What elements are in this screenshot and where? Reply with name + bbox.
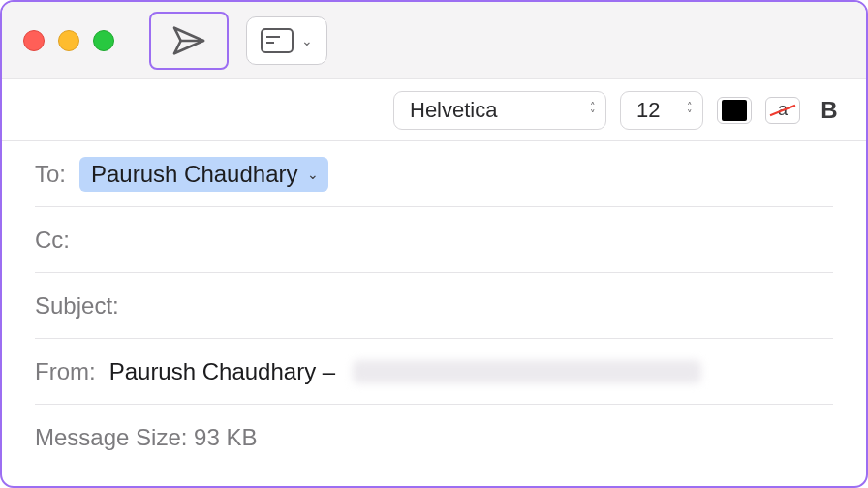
font-size-select[interactable]: 12 ˄˅ (620, 91, 703, 130)
paper-plane-icon (170, 21, 208, 60)
window-controls (23, 30, 114, 51)
font-size-value: 12 (636, 98, 660, 123)
format-bar: Helvetica ˄˅ 12 ˄˅ a B (2, 79, 866, 141)
text-color-button[interactable] (717, 97, 752, 124)
cc-label: Cc: (35, 227, 70, 254)
from-row[interactable]: From: Paurush Chaudhary – (35, 339, 833, 405)
message-size-row: Message Size: 93 KB (35, 405, 833, 471)
chevron-down-icon: ⌄ (307, 167, 319, 182)
subject-row[interactable]: Subject: (35, 273, 833, 339)
maximize-window-button[interactable] (93, 30, 114, 51)
message-size-label: Message Size: 93 KB (35, 424, 257, 451)
minimize-window-button[interactable] (58, 30, 79, 51)
bold-button[interactable]: B (814, 97, 845, 124)
highlight-color-button[interactable]: a (765, 97, 800, 124)
recipient-chip[interactable]: Paurush Chaudhary ⌄ (79, 157, 328, 192)
header-fields-icon (261, 28, 294, 53)
font-family-value: Helvetica (410, 98, 497, 123)
from-email-redacted (353, 360, 701, 383)
chevron-down-icon: ⌄ (301, 33, 313, 48)
font-family-select[interactable]: Helvetica ˄˅ (393, 91, 606, 130)
titlebar: ⌄ (2, 2, 866, 79)
compose-window: ⌄ Helvetica ˄˅ 12 ˄˅ a B To: Paurush Cha… (0, 0, 868, 488)
stepper-icon: ˄˅ (590, 103, 596, 118)
send-button-highlight (149, 12, 229, 70)
close-window-button[interactable] (23, 30, 45, 51)
header-fields-button[interactable]: ⌄ (246, 16, 327, 65)
cc-row[interactable]: Cc: (35, 207, 833, 273)
subject-label: Subject: (35, 292, 119, 320)
to-label: To: (35, 161, 66, 188)
color-swatch-icon (722, 100, 747, 121)
compose-fields: To: Paurush Chaudhary ⌄ Cc: Subject: Fro… (2, 141, 866, 471)
stepper-icon: ˄˅ (687, 103, 693, 118)
svg-rect-1 (262, 29, 293, 52)
recipient-name: Paurush Chaudhary (91, 161, 297, 188)
to-row[interactable]: To: Paurush Chaudhary ⌄ (35, 141, 833, 207)
from-label: From: (35, 358, 96, 385)
from-name: Paurush Chaudhary – (109, 358, 335, 385)
send-button[interactable] (158, 16, 220, 65)
